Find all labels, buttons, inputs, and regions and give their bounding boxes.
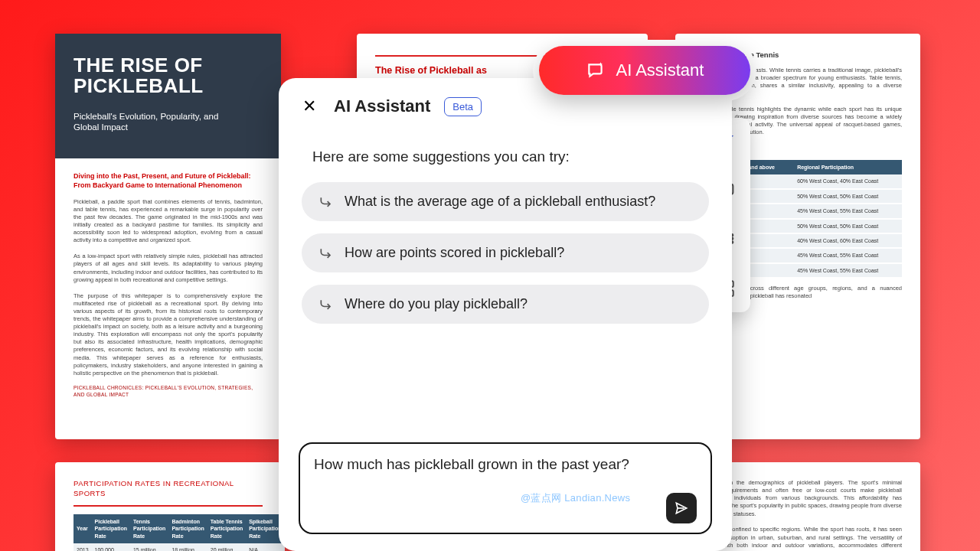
- reply-arrow-icon: [318, 297, 334, 312]
- suggestion-chip[interactable]: How are points scored in pickleball?: [302, 233, 709, 272]
- watermark: @蓝点网 Landian.News: [521, 491, 630, 505]
- suggestion-text: Where do you play pickleball?: [345, 296, 528, 312]
- chat-sparkle-icon: [586, 60, 606, 80]
- send-button[interactable]: [666, 493, 697, 523]
- doc-paragraph: The purpose of this whitepaper is to com…: [74, 292, 263, 377]
- panel-title: AI Assistant: [334, 96, 430, 116]
- suggestion-text: What is the average age of a pickleball …: [345, 194, 655, 210]
- document-page-rates: PARTICIPATION RATES IN RECREATIONAL SPOR…: [55, 462, 281, 551]
- rates-table: YearPickleball Participation RateTennis …: [74, 514, 285, 551]
- reply-arrow-icon: [318, 194, 334, 210]
- ai-assistant-button[interactable]: AI Assistant: [539, 46, 750, 95]
- doc-footer: PICKLEBALL CHRONICLES: PICKLEBALL'S EVOL…: [74, 385, 263, 399]
- reply-arrow-icon: [318, 246, 334, 261]
- doc-heading: Diving into the Past, Present, and Futur…: [74, 172, 263, 190]
- doc-paragraph: Pickleball, a paddle sport that combines…: [74, 198, 263, 245]
- suggestion-text: How are points scored in pickleball?: [345, 245, 564, 261]
- doc-title: THE RISE OF PICKLEBALL: [74, 55, 263, 97]
- doc-paragraph: As a low-impact sport with relatively si…: [74, 253, 263, 284]
- prompt-input[interactable]: How much has pickleball grown in the pas…: [314, 456, 697, 478]
- close-icon[interactable]: ✕: [299, 96, 320, 116]
- suggestions-intro: Here are some suggestions you can try:: [312, 148, 712, 165]
- ai-assistant-panel: ✕ AI Assistant Beta Here are some sugges…: [279, 78, 732, 551]
- prompt-input-container: How much has pickleball grown in the pas…: [299, 442, 712, 534]
- suggestion-chip[interactable]: What is the average age of a pickleball …: [302, 182, 709, 221]
- doc-section-title: PARTICIPATION RATES IN RECREATIONAL SPOR…: [74, 479, 263, 499]
- document-page-cover: THE RISE OF PICKLEBALL Pickleball's Evol…: [55, 34, 281, 439]
- suggestion-chip[interactable]: Where do you play pickleball?: [302, 285, 709, 324]
- beta-badge: Beta: [444, 97, 482, 116]
- ai-assistant-button-label: AI Assistant: [616, 60, 704, 80]
- doc-subtitle: Pickleball's Evolution, Popularity, and …: [74, 111, 219, 133]
